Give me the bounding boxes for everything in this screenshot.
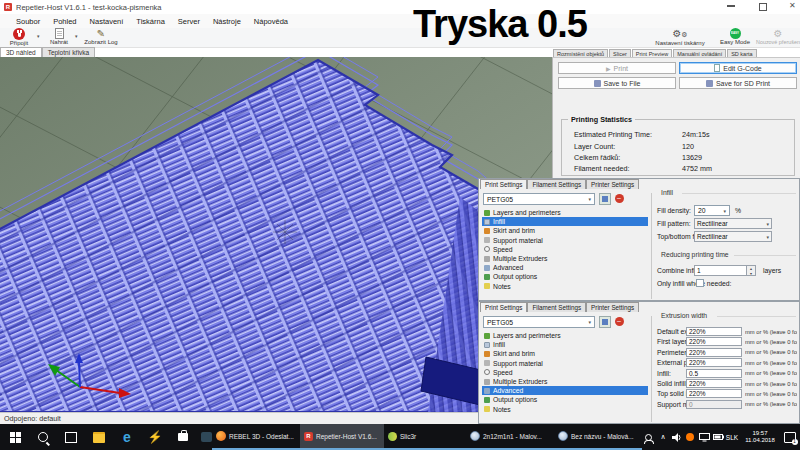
nav-output-options[interactable]: Output options [482,395,648,404]
spinner-icon[interactable]: ▴▾ [746,266,755,275]
tab-filament-settings[interactable]: Filament Settings [527,179,586,189]
menu-pohled[interactable]: Pohled [53,17,76,26]
taskbar-button-slic3r[interactable]: Slic3r [384,424,466,450]
language-indicator[interactable]: SLK [724,424,740,450]
tab-printer-settings[interactable]: Printer Settings [586,302,639,312]
nav-skirt-brim[interactable]: Skirt and brim [482,349,648,358]
minimize-button[interactable] [727,5,735,7]
task-view-button[interactable] [58,424,84,450]
printer-settings-button[interactable]: ⚙⚙ Nastavení tiskárny [648,28,712,46]
nav-advanced[interactable]: Advanced [482,263,648,272]
clock-icon [484,369,490,375]
nav-label: Notes [493,406,511,413]
extrusion-row-input[interactable]: 220% [686,337,742,346]
extrusion-row-input[interactable]: 220% [686,348,742,357]
save-preset-button[interactable] [599,193,611,205]
nav-notes[interactable]: Notes [482,282,648,291]
display-icon[interactable] [697,424,711,450]
search-button[interactable] [30,424,56,450]
extrusion-row-input[interactable]: 220% [686,327,742,336]
taskbar-button-paint2[interactable]: Bez názvu - Malová... [554,424,642,450]
menu-tiskarna[interactable]: Tiskárna [136,17,164,26]
extrusion-row-input[interactable]: 220% [686,379,742,388]
tab-print-settings[interactable]: Print Settings [480,179,527,189]
only-infill-checkbox[interactable] [696,279,704,287]
maximize-button[interactable] [759,3,767,11]
gcode-3d-view[interactable] [0,57,552,412]
extrusion-row-input[interactable]: 0.5 [686,369,742,378]
layers-icon [484,210,490,216]
nav-speed[interactable]: Speed [482,245,648,254]
preset-value: PETG05 [487,319,513,326]
fill-density-label: Fill density: [657,207,691,214]
nav-multiple-extruders[interactable]: Multiple Extruders [482,377,648,386]
extrusion-row-input[interactable]: 220% [686,389,742,398]
tab-printer-settings[interactable]: Printer Settings [586,179,639,189]
nav-notes[interactable]: Notes [482,405,648,414]
battery-icon[interactable] [711,424,725,450]
action-center-button[interactable]: 1 [781,424,798,450]
save-to-file-button[interactable]: Save to File [558,77,676,89]
menu-soubor[interactable]: Soubor [16,17,40,26]
menu-napoveda[interactable]: Nápověda [254,17,288,26]
taskbar-button-repetier[interactable]: R Repetier-Host V1.6... [300,424,384,450]
nav-output-options[interactable]: Output options [482,272,648,281]
irfanview-button[interactable]: ⚡ [142,424,168,450]
show-log-button[interactable]: ✎ Zobrazit Log [80,28,122,45]
extrusion-row-value: 220% [689,359,706,366]
taskbar-button-firefox[interactable]: REBEL 3D - Odeslat... [212,424,300,450]
nav-skirt-brim[interactable]: Skirt and brim [482,226,648,235]
edit-gcode-button[interactable]: Edit G-Code [679,62,797,74]
connect-dropdown-icon[interactable]: ▾ [37,33,40,39]
tab-filament-settings[interactable]: Filament Settings [527,302,586,312]
start-button[interactable] [2,424,28,450]
delete-preset-button[interactable]: – [613,193,625,205]
top-bottom-pattern-select[interactable]: Rectilinear ▾ [694,231,772,242]
taskbar-button-label: 2n12m1n1 - Malov... [483,433,542,440]
menu-nastaveni[interactable]: Nastavení [90,17,124,26]
nav-speed[interactable]: Speed [482,368,648,377]
tab-print-settings[interactable]: Print Settings [480,302,527,312]
nav-support-material[interactable]: Support material [482,236,648,245]
extrusion-row-unit: mm or % (leave 0 for [745,349,797,355]
nav-infill[interactable]: Infill [482,340,648,349]
emergency-stop-button[interactable]: ⚙ Nouzové přerušení [756,28,800,45]
file-explorer-button[interactable] [86,424,112,450]
nav-infill[interactable]: Infill [482,217,648,226]
load-dropdown-icon[interactable]: ▾ [75,33,78,39]
avast-icon[interactable] [684,424,696,450]
easy-mode-button[interactable]: EASY Easy Mode [714,28,756,45]
taskbar-button-paint1[interactable]: 2n12m1n1 - Malov... [466,424,554,450]
preset-select[interactable]: PETG05 ▾ [483,193,595,205]
hidden-icons-chevron[interactable]: ∧ [657,424,669,450]
volume-icon[interactable] [670,424,683,450]
delete-preset-button[interactable]: – [613,316,625,328]
people-icon[interactable] [641,424,655,450]
menu-nastroje[interactable]: Nástroje [213,17,241,26]
slic3r-icon [388,432,397,441]
connect-button[interactable]: Připojit [2,28,36,46]
fill-pattern-select[interactable]: Rectilinear ▾ [694,218,772,229]
close-button[interactable]: ✕ [789,2,796,10]
easy-mode-icon: EASY [730,28,741,39]
nav-advanced[interactable]: Advanced [482,386,648,395]
preset-select[interactable]: PETG05 ▾ [483,316,595,328]
save-preset-button[interactable] [599,316,611,328]
fill-density-select[interactable]: 20 ▾ [694,205,730,216]
edge-button[interactable]: e [114,424,140,450]
clock[interactable]: 19:57 11.04.2018 [742,424,778,450]
nav-layers-perimeters[interactable]: Layers and perimeters [482,208,648,217]
extrusion-row-input[interactable]: 220% [686,358,742,367]
tab-temperature-curve[interactable]: Teplotní křivka [42,47,96,57]
combine-infill-input[interactable]: 1 ▴▾ [694,265,756,276]
nav-layers-perimeters[interactable]: Layers and perimeters [482,331,648,340]
print-button[interactable]: ▶ Print [558,62,676,74]
stat-label: Celkem řádků: [574,153,620,162]
nav-support-material[interactable]: Support material [482,359,648,368]
tab-3d-view[interactable]: 3D náhled [0,47,42,57]
extrusion-row-value: 0 [689,401,693,408]
save-for-sd-button[interactable]: Save for SD Print [679,77,797,89]
nav-multiple-extruders[interactable]: Multiple Extruders [482,254,648,263]
menu-server[interactable]: Server [178,17,200,26]
load-button[interactable]: Nahrát [44,28,74,45]
